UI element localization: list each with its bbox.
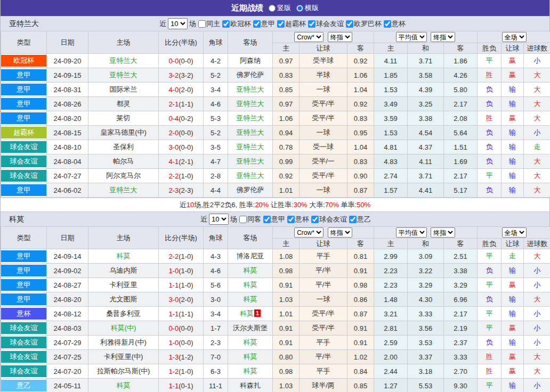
summary-stat-value: 50% [357,201,370,209]
avg-away-odds: 1.51 [444,140,478,154]
league-checkbox[interactable] [349,216,357,223]
league-filter-意杯[interactable]: 意杯 [382,19,406,29]
score: 1-2(1-0) [159,364,204,379]
avg-draw-odds: 3.25 [408,97,444,111]
summary-text: 近 [180,201,187,209]
result-outcome: 负 [478,140,502,154]
final-odds-select[interactable]: 终指 [328,227,352,238]
result-outcome: 平 [478,307,502,321]
handicap-line: 一球 [300,83,347,97]
league-filter-意杯[interactable]: 意杯 [285,215,309,224]
result-handicap: 输 [502,97,524,111]
scope-select[interactable]: 全场 [502,32,527,42]
odds-away: 0.92 [347,54,374,68]
summary-stat-value: 10 [187,201,194,209]
team-section-atalanta: 亚特兰大 近10场同主欧冠杯意甲超霸杯球会友谊欧罗巴杯意杯 类型 日期 主场 比… [1,16,549,211]
league-filter-意乙[interactable]: 意乙 [347,215,371,224]
avg-draw-odds: 3.58 [408,68,444,83]
league-filter-意甲[interactable]: 意甲 [251,19,275,29]
corner-score: 4-3 [204,249,228,264]
odds-home: 0.97 [273,97,300,111]
handicap-line: 受半/一 [300,154,347,169]
league-checkbox[interactable] [253,20,261,28]
match-table-body: 意甲24-09-14科莫2-2(1-0)4-3博洛尼亚1.08平手0.812.9… [1,249,550,392]
score: 1-0(0-0) [159,336,204,350]
avg-home-odds: 2.59 [374,336,408,350]
same-venue-checkbox[interactable] [239,216,247,223]
league-filter-超霸杯[interactable]: 超霸杯 [275,19,306,29]
league-checkbox[interactable] [263,216,271,223]
result-outcome: 负 [478,264,502,278]
sub-header-handicap-result: 让球 [502,239,524,249]
avg-away-odds: 3.29 [444,278,478,292]
average-odds-select[interactable]: 平均值 [396,227,427,238]
result-outcome: 负 [478,183,502,198]
league-checkbox[interactable] [277,20,285,28]
match-type-cell: 意甲 [1,68,47,83]
league-filter-欧罗巴杯[interactable]: 欧罗巴杯 [344,19,382,29]
league-filter-label: 球会友谊 [316,19,344,29]
sub-header-odds-home: 主 [273,43,300,54]
same-venue-checkbox[interactable] [198,20,206,28]
recent-count-select[interactable]: 10 [209,214,229,225]
avg-draw-odds: 3.71 [408,169,444,183]
league-type-badge: 球会友谊 [1,351,46,363]
avg-home-odds: 2.23 [374,278,408,292]
result-goals: 大 [524,249,550,264]
league-filter-欧冠杯[interactable]: 欧冠杯 [220,19,251,29]
average-odds-select[interactable]: 平均值 [396,32,427,42]
odds-away: 1.04 [347,140,374,154]
league-filter-球会友谊[interactable]: 球会友谊 [306,19,344,29]
sub-header-avg-home: 主 [374,43,408,54]
vertical-layout-radio[interactable] [269,5,276,12]
recent-count-select[interactable]: 10 [168,18,188,29]
sub-header-odds-home: 主 [273,239,300,249]
odds-provider-select[interactable]: Crow* [294,227,323,238]
red-card-badge: 1 [254,309,261,317]
avg-away-odds: 5.80 [444,83,478,97]
handicap-odds-group: Crow* 终指 [273,31,374,43]
league-filter-label: 意乙 [357,215,371,224]
corner-score: 5-2 [204,68,228,83]
result-handicap: 赢 [502,321,524,336]
league-checkbox[interactable] [222,20,230,28]
result-handicap: 赢 [502,278,524,292]
league-type-badge: 意甲 [1,112,46,124]
away-team: 科莫 [228,278,273,292]
final-average-select[interactable]: 终指 [431,227,455,238]
match-date: 24-06-02 [47,183,88,198]
odds-home: 0.92 [273,169,300,183]
home-team: 桑普多利亚 [88,307,159,321]
league-checkbox[interactable] [311,216,319,223]
league-type-badge: 意甲 [1,265,46,276]
corner-score: 7-0 [204,350,228,364]
home-team: 利雅得新月(中) [88,336,159,350]
avg-draw-odds: 3.38 [408,111,444,126]
layout-option-vertical[interactable]: 竖版 [269,3,291,13]
league-checkbox[interactable] [346,20,353,28]
col-header-away: 客场 [228,227,273,249]
sub-header-goals: 进球数 [524,43,550,54]
final-odds-select[interactable]: 终指 [328,32,352,42]
scope-select[interactable]: 全场 [502,227,527,238]
same-venue-filter[interactable]: 同主 [196,19,220,29]
league-checkbox[interactable] [384,20,391,28]
odds-away: 0.85 [347,379,374,392]
summary-stat-value: 30% [294,201,308,209]
league-filter-球会友谊[interactable]: 球会友谊 [309,215,347,224]
result-goals: 大 [524,169,550,183]
league-filter-意甲[interactable]: 意甲 [261,215,285,224]
league-checkbox[interactable] [287,216,295,223]
result-goals: 大 [524,111,550,126]
final-average-select[interactable]: 终指 [431,32,455,42]
layout-option-horizontal[interactable]: 横版 [296,3,319,13]
same-venue-filter[interactable]: 同客 [237,215,261,224]
avg-draw-odds: 3.71 [408,54,444,68]
league-checkbox[interactable] [308,20,316,28]
match-row: 球会友谊24-07-20拉斯帕尔马斯(中)1-2(1-0)6-3科莫0.98平手… [1,364,550,379]
odds-away: 0.95 [347,126,374,140]
horizontal-layout-radio[interactable] [296,5,303,12]
odds-provider-select[interactable]: Crow* [294,32,323,42]
match-type-cell: 意甲 [1,83,47,97]
odds-home: 1.03 [273,379,300,392]
